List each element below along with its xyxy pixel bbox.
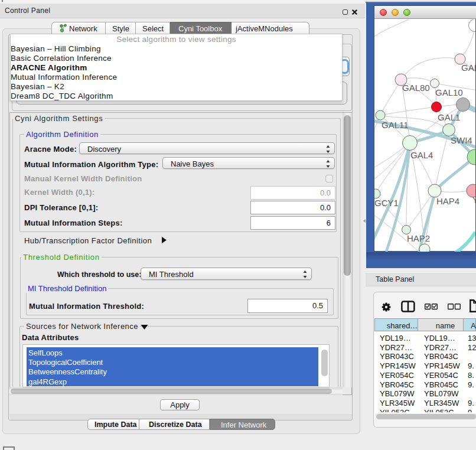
svg-text:HAP2: HAP2 — [407, 233, 430, 243]
svg-text:Y: Y — [472, 195, 475, 205]
svg-text:SWI4: SWI4 — [451, 135, 472, 145]
svg-text:GAL4: GAL4 — [410, 150, 433, 160]
svg-text:GCY1: GCY1 — [374, 198, 399, 208]
svg-text:GAL80: GAL80 — [402, 83, 430, 93]
svg-text:GAL11: GAL11 — [382, 120, 409, 130]
svg-text:GAL10: GAL10 — [435, 87, 463, 97]
svg-text:GAL: GAL — [461, 63, 475, 73]
svg-text:HAP4: HAP4 — [436, 196, 459, 206]
svg-text:GAL1: GAL1 — [438, 112, 460, 122]
